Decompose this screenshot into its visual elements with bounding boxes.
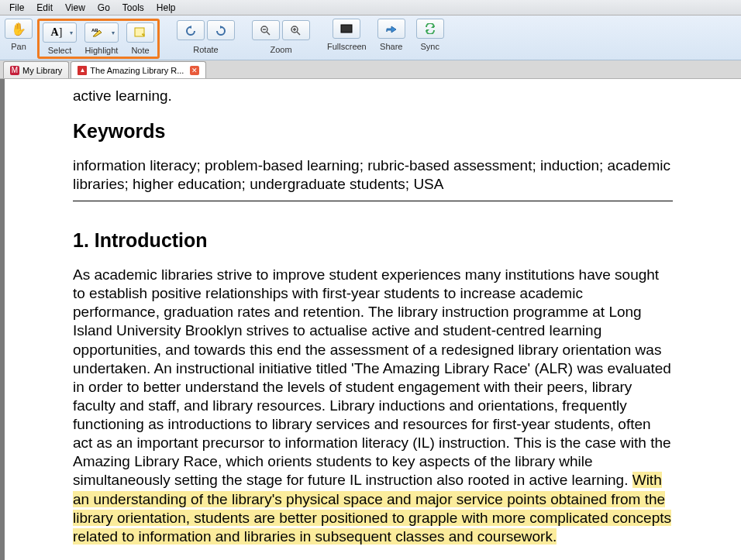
rotate-left-button[interactable] xyxy=(177,20,205,40)
menu-view[interactable]: View xyxy=(59,1,91,15)
tool-group-select: A] Select xyxy=(43,22,77,55)
select-label: Select xyxy=(48,46,72,55)
share-label: Share xyxy=(380,42,402,51)
tool-group-sync: Sync xyxy=(416,19,444,51)
highlight-label: Highlight xyxy=(85,46,119,55)
fullscreen-button[interactable] xyxy=(333,19,360,39)
zoom-label: Zoom xyxy=(270,45,291,54)
tool-group-rotate: Rotate xyxy=(177,19,235,54)
tool-group-share: Share xyxy=(377,19,405,51)
zoom-in-button[interactable] xyxy=(282,20,310,40)
tool-group-pan: ✋ Pan xyxy=(5,19,33,51)
zoom-in-icon xyxy=(290,25,302,36)
tool-group-zoom: Zoom xyxy=(252,19,310,54)
note-button[interactable] xyxy=(126,22,154,43)
share-icon xyxy=(385,24,398,33)
pdf-icon: ▲ xyxy=(78,66,87,75)
menu-bar: File Edit View Go Tools Help xyxy=(0,0,741,15)
zoom-out-icon xyxy=(260,25,272,36)
rotate-right-button[interactable] xyxy=(207,20,235,40)
tool-group-highlight: AB Highlight xyxy=(84,22,119,55)
sync-label: Sync xyxy=(421,42,439,51)
rotate-right-icon xyxy=(215,25,227,36)
rotate-label: Rotate xyxy=(193,45,218,54)
document-viewer[interactable]: active learning. Keywords information li… xyxy=(0,79,741,560)
zoom-out-button[interactable] xyxy=(252,20,280,40)
rotate-left-icon xyxy=(184,25,197,36)
tab-my-library[interactable]: M My Library xyxy=(3,61,69,78)
mendeley-icon: M xyxy=(10,66,19,75)
pan-button[interactable]: ✋ xyxy=(5,19,33,39)
fragment-previous-paragraph: active learning. xyxy=(73,87,673,106)
divider xyxy=(73,201,673,201)
menu-help[interactable]: Help xyxy=(150,1,182,15)
svg-rect-9 xyxy=(341,25,352,33)
pan-label: Pan xyxy=(11,42,26,51)
highlight-button[interactable]: AB xyxy=(84,22,119,43)
menu-edit[interactable]: Edit xyxy=(30,1,59,15)
select-button[interactable]: A] xyxy=(43,22,77,43)
pdf-page: active learning. Keywords information li… xyxy=(36,79,710,560)
tool-group-fullscreen: Fullscreen xyxy=(327,19,367,51)
tab-library-label: My Library xyxy=(22,66,62,75)
intro-text: As academic libraries strive to improve … xyxy=(73,266,671,488)
sync-button[interactable] xyxy=(416,19,444,39)
tab-document[interactable]: ▲ The Amazing Library R... ✕ xyxy=(71,61,206,78)
tab-bar: M My Library ▲ The Amazing Library R... … xyxy=(0,60,741,79)
menu-go[interactable]: Go xyxy=(91,1,116,15)
fullscreen-icon xyxy=(340,24,353,33)
text-select-icon: A] xyxy=(51,26,63,39)
intro-paragraph: As academic libraries strive to improve … xyxy=(73,266,673,546)
heading-keywords: Keywords xyxy=(73,120,673,143)
svg-text:AB: AB xyxy=(91,28,98,33)
fullscreen-label: Fullscreen xyxy=(327,42,367,51)
toolbar: ✋ Pan A] Select AB Highlight N xyxy=(0,15,741,60)
highlighter-icon: AB xyxy=(91,27,105,38)
note-label: Note xyxy=(131,46,149,55)
svg-line-3 xyxy=(267,32,270,35)
hand-icon: ✋ xyxy=(11,22,26,36)
share-button[interactable] xyxy=(377,19,405,39)
annotation-tools-highlight-box: A] Select AB Highlight Note xyxy=(37,19,160,59)
keywords-text: information literacy; problem-based lear… xyxy=(73,156,673,194)
tool-group-note: Note xyxy=(126,22,154,55)
tab-close-button[interactable]: ✕ xyxy=(190,66,199,75)
tab-document-label: The Amazing Library R... xyxy=(90,66,184,75)
sticky-note-icon xyxy=(134,27,146,38)
svg-line-6 xyxy=(297,32,300,35)
menu-tools[interactable]: Tools xyxy=(116,1,150,15)
sync-icon xyxy=(424,23,436,34)
menu-file[interactable]: File xyxy=(3,1,30,15)
heading-introduction: 1. Introduction xyxy=(73,229,673,252)
